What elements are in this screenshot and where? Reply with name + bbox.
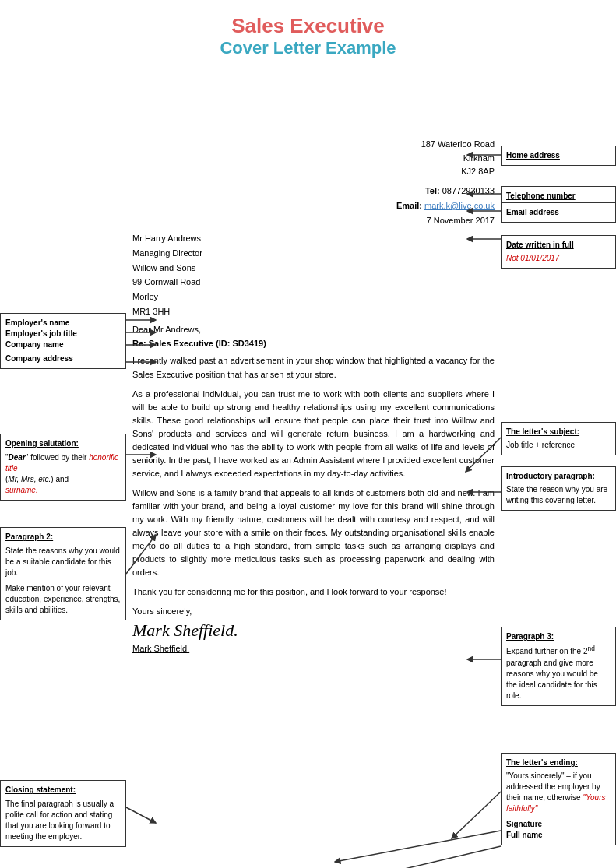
date-written-box: Date written in full Not 01/01/2017 — [501, 235, 616, 269]
company-name-label: Company name — [5, 339, 121, 350]
svg-line-15 — [335, 831, 501, 862]
letter-closing: Yours sincerely, — [132, 606, 495, 616]
letter-para3: Willow and Sons is a family brand that a… — [132, 487, 495, 579]
letter-salutation: Dear Mr Andrews, — [132, 325, 495, 334]
company-address-label: Company address — [5, 353, 121, 364]
letter-body: I recently walked past an advertisement … — [132, 354, 495, 599]
introductory-box: Introductory paragraph: State the reason… — [501, 466, 616, 511]
svg-line-13 — [126, 807, 156, 823]
letters-subject-box: The letter's subject: Job title + refere… — [501, 422, 616, 455]
home-address-box: Home address — [501, 146, 616, 166]
closing-statement-box: Closing statement: The final paragraph i… — [0, 780, 126, 847]
letter-recipient: Mr Harry Andrews Managing Director Willo… — [132, 231, 495, 318]
letter-signature: Mark Sheffield. — [132, 620, 495, 641]
page-title: Sales Executive Cover Letter Example — [0, 0, 616, 68]
letter-contact: Tel: 08772930133 Email: mark.k@live.co.u… — [132, 184, 495, 213]
title-line2: Cover Letter Example — [0, 38, 616, 58]
letter-date: 7 November 2017 — [132, 216, 495, 225]
paragraph3-box: Paragraph 3: Expand further on the 2nd p… — [501, 627, 616, 705]
opening-salutation-box: Opening salutation: "Dear" followed by t… — [0, 434, 126, 501]
employer-job-title-label: Employer's job title — [5, 329, 121, 339]
paragraph2-box: Paragraph 2: State the reasons why you w… — [0, 527, 126, 620]
employer-name-label: Employer's name — [5, 318, 121, 329]
employer-info-box: Employer's name Employer's job title Com… — [0, 313, 126, 369]
email-box: Email address — [501, 202, 616, 223]
letter-para1: I recently walked past an advertisement … — [132, 354, 495, 381]
letter-para2: As a professional individual, you can tr… — [132, 388, 495, 480]
svg-line-16 — [335, 846, 501, 868]
email-link[interactable]: mark.k@live.co.uk — [424, 201, 495, 210]
svg-line-14 — [452, 792, 501, 838]
letters-ending-box: The letter's ending: "Yours sincerely" –… — [501, 753, 616, 845]
title-line1: Sales Executive — [0, 14, 616, 38]
letter-home-address: 187 Waterloo Road Kirkham KJ2 8AP — [132, 138, 495, 179]
letter-subject: Re: Sales Executive (ID: SD3419) — [132, 339, 495, 348]
letter-fullname: Mark Sheffield. — [132, 644, 495, 653]
letter-para4: Thank you for considering me for this po… — [132, 585, 495, 599]
